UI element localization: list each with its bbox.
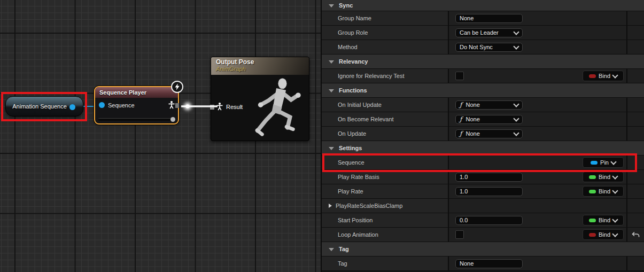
row-start-position: Start Position 0.0 Bind (322, 213, 644, 228)
bind-pill-icon (589, 219, 596, 222)
sequence-player-node-header[interactable]: Sequence Player (95, 87, 178, 98)
sequence-pin-label: Sequence (108, 102, 135, 108)
row-on-update: On Update ƒNone (322, 127, 644, 141)
bind-dropdown[interactable]: Bind (583, 172, 624, 182)
bind-dropdown[interactable]: Bind (583, 186, 624, 197)
property-label: Method (338, 44, 358, 50)
chevron-down-icon (329, 147, 334, 150)
animation-sequence-node-label: Animation Sequence (12, 103, 67, 110)
chevron-down-icon (513, 115, 519, 121)
method-dropdown[interactable]: Do Not Sync (455, 43, 523, 52)
result-input-nub (210, 105, 214, 110)
bind-dropdown[interactable]: Bind (583, 229, 624, 240)
unreal-animgraph-editor: Animation Sequence Sequence Player Seque… (0, 0, 644, 272)
property-label: Group Role (338, 29, 368, 36)
property-label: On Update (338, 130, 366, 137)
bind-pill-icon (589, 233, 596, 237)
property-label: Tag (338, 260, 347, 267)
row-loop-animation: Loop Animation Bind (322, 228, 644, 242)
person-pose-icon (168, 101, 175, 109)
bind-dropdown[interactable]: Bind (583, 71, 624, 81)
chevron-down-icon (329, 4, 334, 7)
play-rate-input[interactable]: 1.0 (455, 187, 523, 196)
row-ignore-relevancy-test: Ignore for Relevancy Test Bind (322, 69, 644, 83)
section-tag[interactable]: Tag (322, 242, 644, 257)
result-input-pin[interactable]: Result (216, 103, 243, 111)
row-playratescalebiasclamp: PlayRateScaleBiasClamp (322, 199, 644, 213)
property-label: On Become Relevant (338, 116, 394, 122)
on-become-relevant-dropdown[interactable]: ƒNone (455, 115, 523, 124)
sequence-input-pin[interactable] (99, 102, 105, 108)
mannequin-preview-image (246, 75, 307, 140)
row-group-name: Group Name None (322, 11, 644, 26)
loop-animation-checkbox[interactable] (455, 230, 464, 239)
chevron-down-icon (612, 216, 618, 222)
result-pin-label: Result (226, 104, 243, 110)
section-functions[interactable]: Functions (322, 83, 644, 98)
bind-dropdown[interactable]: Bind (583, 215, 624, 226)
output-pose-node-header[interactable]: Output Pose AnimGraph (211, 57, 309, 75)
on-initial-update-dropdown[interactable]: ƒNone (455, 100, 523, 110)
property-label: Loop Animation (338, 231, 378, 238)
chevron-down-icon (612, 188, 618, 193)
ignore-relevancy-checkbox[interactable] (455, 72, 464, 80)
output-pose-node[interactable]: Output Pose AnimGraph Result (211, 57, 309, 141)
chevron-down-icon (612, 231, 618, 237)
sequence-player-node[interactable]: Sequence Player Sequence (94, 86, 179, 125)
chevron-down-icon (513, 130, 519, 136)
row-play-rate: Play Rate 1.0 Bind (322, 184, 644, 199)
row-on-initial-update: On Initial Update ƒNone (322, 98, 644, 112)
group-name-input[interactable]: None (455, 14, 523, 23)
sequence-pin-dropdown[interactable]: Pin (583, 157, 624, 168)
row-tag: Tag None (322, 257, 644, 271)
property-label: Ignore for Relevancy Test (338, 73, 405, 79)
chevron-down-icon (513, 43, 519, 49)
function-icon: ƒ (460, 130, 462, 137)
chevron-down-icon (329, 248, 334, 251)
sequence-output-pin[interactable] (69, 104, 75, 110)
section-relevancy[interactable]: Relevancy (322, 55, 644, 69)
start-position-input[interactable]: 0.0 (455, 216, 523, 225)
pose-output-nub (175, 103, 179, 108)
function-icon: ƒ (460, 101, 462, 108)
play-rate-basis-input[interactable]: 1.0 (455, 173, 523, 182)
bind-pill-icon (589, 74, 596, 78)
sequence-progress-bar (98, 118, 174, 121)
chevron-down-icon (329, 89, 334, 92)
property-label: PlayRateScaleBiasClamp (336, 203, 402, 209)
animgraph-canvas[interactable]: Animation Sequence Sequence Player Seque… (0, 0, 321, 272)
property-label: Play Rate Basis (338, 174, 379, 180)
group-role-dropdown[interactable]: Can be Leader (455, 28, 523, 37)
row-play-rate-basis: Play Rate Basis 1.0 Bind (322, 170, 644, 184)
function-icon: ƒ (460, 115, 462, 123)
chevron-down-icon (513, 29, 519, 35)
property-label: Start Position (338, 217, 373, 223)
fast-path-lightning-icon (171, 81, 183, 93)
bind-pill-icon (589, 175, 596, 179)
property-label: Group Name (338, 15, 371, 21)
pin-pill-icon (591, 161, 598, 165)
animation-sequence-node[interactable]: Animation Sequence (5, 96, 83, 116)
progress-handle (170, 117, 175, 122)
chevron-down-icon (329, 60, 334, 64)
chevron-right-icon[interactable] (329, 204, 332, 208)
row-sequence: Sequence Pin (322, 156, 644, 170)
chevron-down-icon (612, 173, 618, 179)
reset-to-default-icon[interactable] (632, 231, 640, 238)
row-group-role: Group Role Can be Leader (322, 26, 644, 40)
pose-output-pin[interactable] (168, 101, 175, 109)
person-pose-icon (216, 103, 223, 111)
property-label: Sequence (338, 159, 364, 166)
section-sync[interactable]: Sync (322, 0, 644, 11)
chevron-down-icon (610, 159, 616, 165)
chevron-down-icon (513, 101, 519, 107)
tag-input[interactable]: None (455, 259, 523, 268)
row-on-become-relevant: On Become Relevant ƒNone (322, 112, 644, 127)
bind-pill-icon (589, 190, 596, 193)
section-settings[interactable]: Settings (322, 141, 644, 156)
chevron-down-icon (612, 72, 618, 78)
on-update-dropdown[interactable]: ƒNone (455, 129, 523, 138)
property-label: Play Rate (338, 188, 363, 195)
row-method: Method Do Not Sync (322, 40, 644, 55)
details-panel: Sync Group Name None Group Role Can be L… (321, 0, 644, 272)
